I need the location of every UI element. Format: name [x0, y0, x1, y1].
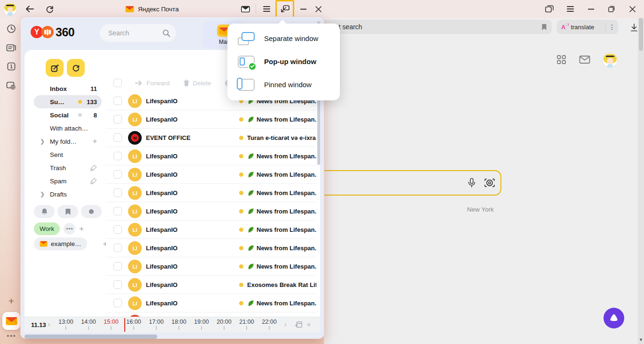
mail-envelope-icon[interactable]: [238, 2, 252, 16]
reload-button[interactable]: [43, 2, 56, 16]
add-event-icon[interactable]: [295, 321, 302, 328]
alice-assistant-button[interactable]: [604, 308, 624, 328]
message-row[interactable]: LILifespanIONews from Lifespan.: [106, 165, 316, 184]
message-subject-group: News from Lifespan.: [247, 110, 316, 129]
forward-button[interactable]: Forward: [135, 80, 170, 87]
folder-su[interactable]: Su…133: [34, 95, 102, 108]
menu-item-pinned-window[interactable]: Pinned window: [227, 73, 340, 96]
message-row[interactable]: LILifespanIONews from Lifespan.: [106, 202, 316, 221]
tag-more-button[interactable]: •••: [64, 223, 75, 235]
page-scrollbar[interactable]: ▼: [638, 18, 644, 344]
chevron-right-icon[interactable]: ❯: [40, 138, 45, 145]
message-checkbox[interactable]: [113, 299, 122, 307]
message-checkbox[interactable]: [113, 262, 122, 270]
timeline-collapse-button[interactable]: «: [307, 320, 311, 328]
history-icon[interactable]: [3, 21, 19, 37]
translate-more-button[interactable]: ⋮: [606, 23, 618, 31]
message-subject-group: News from Lifespan.: [247, 221, 316, 239]
image-search-icon[interactable]: [483, 176, 497, 190]
message-row[interactable]: LILifespanIONews from Lifespan.: [106, 239, 316, 257]
message-row[interactable]: LILifespanIONews from Lifespan.: [106, 184, 316, 202]
window-mode-button-highlighted[interactable]: [275, 0, 294, 18]
mail-search-input[interactable]: [107, 29, 162, 37]
account-example[interactable]: example…: [34, 238, 87, 250]
browser-minimize-button[interactable]: [583, 2, 599, 16]
message-row[interactable]: LILifespanIONews from Lifespan.: [106, 294, 316, 312]
notifications-pill[interactable]: [34, 205, 55, 218]
address-bar[interactable]: net search: [324, 20, 552, 34]
feed-icon[interactable]: [3, 40, 19, 56]
mail-icon[interactable]: [579, 55, 590, 66]
side-panels-button[interactable]: [541, 2, 557, 16]
page-scrollbar-thumb[interactable]: [639, 18, 643, 51]
folder-with-attach[interactable]: With attach…: [34, 122, 102, 135]
message-row[interactable]: MEVENT OFFICETuran e-ticarət və e-ixra: [106, 129, 316, 147]
browser-restore-button[interactable]: [604, 2, 620, 16]
message-checkbox[interactable]: [113, 97, 122, 105]
folder-inbox[interactable]: Inbox11: [34, 82, 102, 95]
screenshot-icon[interactable]: [3, 77, 19, 93]
timeline-next-button[interactable]: ›: [284, 320, 287, 328]
timeline-scrollbar[interactable]: [24, 335, 320, 339]
mail-search[interactable]: [100, 24, 176, 42]
chevron-right-icon[interactable]: ❯: [40, 191, 45, 197]
timeline-scrollbar-thumb[interactable]: [24, 335, 157, 339]
message-checkbox[interactable]: [113, 280, 122, 289]
bookmark-pill[interactable]: [57, 205, 78, 218]
message-checkbox[interactable]: [113, 188, 122, 197]
rail-add-button[interactable]: +: [8, 294, 14, 308]
message-checkbox[interactable]: [113, 207, 122, 215]
sweep-icon[interactable]: [90, 178, 97, 184]
mail-app-icon[interactable]: [2, 312, 20, 330]
folder-spam[interactable]: Spam: [34, 174, 102, 188]
message-checkbox[interactable]: [113, 225, 122, 234]
folder-add-icon[interactable]: +: [93, 137, 97, 146]
profile-avatar[interactable]: [4, 3, 16, 16]
scroll-down-arrow-icon[interactable]: ▼: [638, 337, 644, 342]
message-checkbox[interactable]: [113, 152, 122, 160]
menu-item-pop-up-window[interactable]: Pop-up window: [227, 50, 340, 73]
bookmark-flag-icon[interactable]: [541, 24, 547, 31]
folder-drafts[interactable]: ❯Drafts: [34, 188, 102, 201]
dot-pill[interactable]: [81, 205, 102, 218]
message-checkbox[interactable]: [113, 170, 122, 179]
timeline-tick: [178, 326, 179, 330]
tag-add-button[interactable]: +: [79, 224, 84, 234]
browser-menu-button[interactable]: [562, 2, 578, 16]
compose-button[interactable]: [46, 59, 64, 77]
sweep-icon[interactable]: [90, 164, 97, 171]
account-avatar[interactable]: [603, 53, 617, 67]
rail-more-button[interactable]: •••: [7, 332, 16, 342]
folder-sent[interactable]: Sent: [34, 148, 102, 161]
message-row[interactable]: LILifespanIONews from Lifespan.: [106, 147, 316, 165]
tabs-counter-icon[interactable]: 1: [3, 58, 19, 74]
folder-my-fold[interactable]: ❯My fold…+: [34, 135, 102, 148]
timeline-tick: [156, 326, 157, 330]
folder-social[interactable]: Social8: [34, 108, 102, 122]
select-all-checkbox[interactable]: [113, 79, 122, 87]
timeline-prev-button[interactable]: ‹: [48, 320, 50, 328]
popup-minimize-button[interactable]: [296, 2, 310, 16]
y360-logo[interactable]: Y 360: [31, 25, 74, 39]
tag-work[interactable]: Work: [34, 222, 60, 235]
folder-trash[interactable]: Trash: [34, 161, 102, 174]
popup-menu-button[interactable]: [259, 2, 274, 16]
translate-button[interactable]: Aあ̸ translate ⋮: [557, 20, 618, 34]
menu-item-separate-window[interactable]: Separate window: [227, 27, 340, 50]
back-button[interactable]: [23, 2, 36, 16]
message-checkbox[interactable]: [113, 115, 122, 123]
apps-grid-icon[interactable]: [556, 55, 566, 66]
message-row[interactable]: LILifespanIOExosomes Break Rat Life: [106, 276, 316, 294]
refresh-button[interactable]: [67, 59, 85, 77]
message-sender: LifespanIO: [146, 239, 235, 257]
message-row[interactable]: LILifespanIONews from Lifespan.: [106, 221, 316, 239]
message-row[interactable]: LILifespanIONews from Lifespan.: [106, 257, 316, 276]
message-checkbox[interactable]: [113, 133, 122, 142]
delete-button[interactable]: Delete: [183, 80, 211, 87]
voice-search-icon[interactable]: [465, 176, 479, 190]
message-row[interactable]: LILifespanIONews from Lifespan.: [106, 110, 316, 129]
browser-close-button[interactable]: [624, 2, 640, 16]
popup-close-button[interactable]: [311, 2, 325, 16]
message-checkbox[interactable]: [113, 244, 122, 252]
timeline-hour-label: 21:00: [235, 319, 258, 325]
